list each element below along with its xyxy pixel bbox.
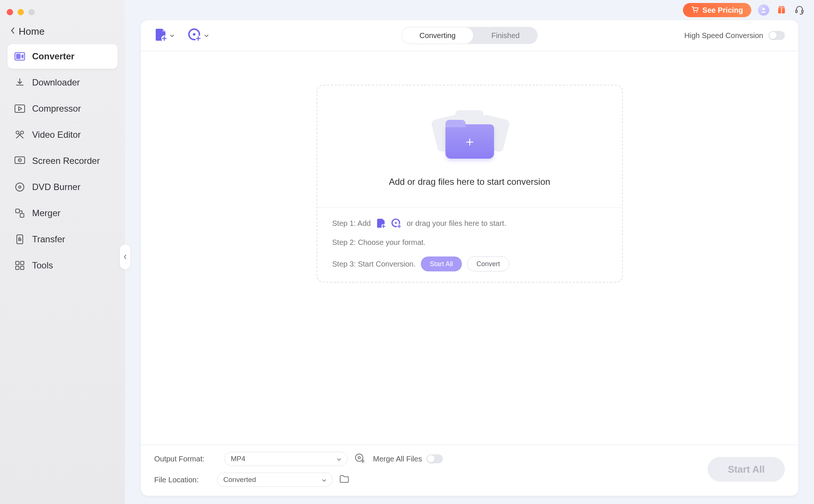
file-plus-icon [376,218,386,228]
footer-bar: Output Format: MP4 Mer [141,445,798,496]
sidebar-item-label: Transfer [32,234,65,245]
toolbar: Converting Finished High Speed Conversio… [141,20,798,51]
step-1: Step 1: Add or drag your files here to s… [332,218,607,228]
hispeed-label: High Speed Conversion [684,31,763,40]
sidebar-item-tools[interactable]: Tools [7,253,118,278]
sidebar-item-transfer[interactable]: Transfer [7,227,118,252]
output-format-value: MP4 [231,455,245,463]
home-label: Home [19,26,44,37]
svg-marker-3 [19,107,22,111]
sidebar-item-label: Converter [32,51,74,62]
step-3-text: Step 3: Start Conversion. [332,260,416,268]
svg-rect-23 [781,8,782,13]
merger-icon [14,208,25,219]
sidebar-item-label: Tools [32,260,53,271]
plus-icon: ＋ [445,124,494,159]
svg-point-18 [693,11,695,12]
chevron-down-icon [322,476,326,484]
video-editor-icon [14,129,25,140]
merge-toggle[interactable] [426,454,443,463]
output-settings-icon[interactable] [354,453,365,465]
svg-rect-17 [21,266,24,270]
step-1-prefix: Step 1: Add [332,219,371,228]
dropzone-illustration: ＋ [431,106,509,159]
avatar[interactable] [758,4,769,16]
hispeed-toggle[interactable] [768,31,785,40]
step-3: Step 3: Start Conversion. Start All Conv… [332,256,607,271]
dropzone-title: Add or drag files here to start conversi… [389,177,550,187]
close-window-button[interactable] [7,9,13,15]
steps-panel: Step 1: Add or drag your files here to s… [317,207,622,282]
open-folder-icon[interactable] [339,475,349,485]
add-disc-button[interactable] [188,28,209,43]
main-area: See Pricing [125,0,814,504]
sidebar-item-screen-recorder[interactable]: Screen Recorder [7,149,118,173]
svg-rect-14 [16,261,19,265]
step-2-text: Step 2: Choose your format. [332,238,426,247]
svg-point-37 [358,457,360,459]
svg-point-30 [193,33,196,35]
output-format-select[interactable]: MP4 [224,452,348,466]
file-location-label: File Location: [154,476,210,484]
sidebar-item-label: Video Editor [32,130,81,140]
start-all-example-button: Start All [421,256,462,271]
tab-finished-label: Finished [491,31,520,40]
home-link[interactable]: Home [0,18,125,44]
tab-converting[interactable]: Converting [401,27,473,44]
file-location-value: Converted [223,476,256,484]
svg-point-36 [355,454,363,461]
svg-point-9 [16,183,24,191]
svg-point-25 [782,6,784,8]
chevron-down-icon [170,32,174,38]
sidebar-item-downloader[interactable]: Downloader [7,70,118,95]
see-pricing-button[interactable]: See Pricing [683,3,751,17]
add-file-button[interactable] [154,28,174,43]
support-icon[interactable] [794,4,805,16]
sidebar-item-converter[interactable]: Converter [7,44,118,69]
sidebar-item-label: Merger [32,208,60,218]
svg-rect-26 [796,10,797,13]
file-location-select[interactable]: Converted [217,473,333,487]
convert-example-button: Convert [467,256,509,271]
start-all-example-label: Start All [430,260,453,268]
topbar: See Pricing [125,0,814,20]
gift-icon[interactable] [776,4,787,16]
transfer-icon [14,234,25,245]
disc-plus-icon [391,218,401,228]
svg-rect-12 [20,214,24,217]
tools-icon [14,260,25,271]
svg-rect-16 [16,266,19,270]
dropzone[interactable]: ＋ Add or drag files here to start conver… [317,85,623,283]
sidebar-item-label: DVD Burner [32,182,80,192]
screen-recorder-icon [14,155,25,167]
downloader-icon [14,77,25,88]
see-pricing-label: See Pricing [702,6,743,15]
svg-point-19 [696,11,697,12]
svg-point-20 [762,8,765,10]
zoom-window-button[interactable] [28,9,35,15]
start-all-label: Start All [728,464,765,475]
sidebar-item-label: Compressor [32,103,81,114]
window-controls [0,4,125,18]
sidebar-item-dvd-burner[interactable]: DVD Burner [7,175,118,199]
svg-rect-1 [16,54,21,59]
status-tabs: Converting Finished [401,27,537,44]
sidebar-item-compressor[interactable]: Compressor [7,96,118,121]
content-card: Converting Finished High Speed Conversio… [141,20,798,496]
file-plus-icon [154,28,167,43]
sidebar-item-video-editor[interactable]: Video Editor [7,122,118,147]
sidebar-item-merger[interactable]: Merger [7,201,118,225]
chevron-down-icon [337,455,341,463]
converter-icon [14,51,25,62]
svg-rect-15 [21,261,24,265]
tab-finished[interactable]: Finished [473,27,538,44]
sidebar-nav: Converter Downloader Compressor Video Ed… [0,44,125,278]
start-all-button[interactable]: Start All [708,457,785,482]
sidebar-item-label: Screen Recorder [32,156,100,166]
svg-rect-11 [16,209,19,213]
stage: ＋ Add or drag files here to start conver… [141,51,798,445]
sidebar-item-label: Downloader [32,77,80,88]
step-2: Step 2: Choose your format. [332,238,607,247]
compressor-icon [14,103,25,114]
minimize-window-button[interactable] [18,9,24,15]
